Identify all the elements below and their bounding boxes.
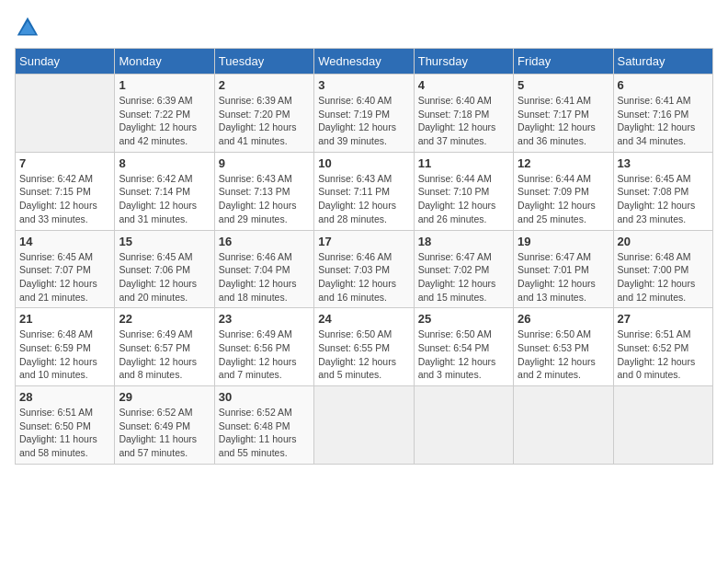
day-number: 5 bbox=[518, 78, 609, 92]
weekday-header: Tuesday bbox=[214, 49, 313, 75]
calendar-week-row: 7Sunrise: 6:42 AMSunset: 7:15 PMDaylight… bbox=[16, 152, 713, 230]
day-detail: Sunrise: 6:51 AMSunset: 6:50 PMDaylight:… bbox=[19, 406, 110, 460]
day-detail: Sunrise: 6:45 AMSunset: 7:07 PMDaylight:… bbox=[19, 250, 110, 304]
day-number: 9 bbox=[219, 156, 310, 170]
day-number: 4 bbox=[418, 78, 509, 92]
calendar-cell: 26Sunrise: 6:50 AMSunset: 6:53 PMDayligh… bbox=[514, 308, 613, 386]
day-detail: Sunrise: 6:50 AMSunset: 6:54 PMDaylight:… bbox=[418, 327, 509, 382]
calendar-table: SundayMondayTuesdayWednesdayThursdayFrid… bbox=[15, 48, 713, 465]
day-number: 7 bbox=[19, 156, 110, 170]
weekday-header: Sunday bbox=[16, 49, 115, 75]
day-number: 16 bbox=[219, 235, 310, 248]
calendar-cell: 1Sunrise: 6:39 AMSunset: 7:22 PMDaylight… bbox=[115, 75, 214, 153]
calendar-week-row: 28Sunrise: 6:51 AMSunset: 6:50 PMDayligh… bbox=[16, 386, 713, 465]
day-number: 18 bbox=[418, 235, 509, 248]
calendar-cell: 9Sunrise: 6:43 AMSunset: 7:13 PMDaylight… bbox=[214, 152, 313, 230]
calendar-cell: 15Sunrise: 6:45 AMSunset: 7:06 PMDayligh… bbox=[115, 230, 214, 308]
calendar-cell: 18Sunrise: 6:47 AMSunset: 7:02 PMDayligh… bbox=[414, 230, 513, 308]
day-detail: Sunrise: 6:40 AMSunset: 7:18 PMDaylight:… bbox=[418, 94, 509, 148]
day-detail: Sunrise: 6:46 AMSunset: 7:04 PMDaylight:… bbox=[219, 250, 310, 304]
day-detail: Sunrise: 6:48 AMSunset: 6:59 PMDaylight:… bbox=[19, 327, 110, 382]
day-number: 25 bbox=[418, 312, 509, 326]
calendar-cell: 23Sunrise: 6:49 AMSunset: 6:56 PMDayligh… bbox=[214, 308, 313, 386]
weekday-header: Saturday bbox=[613, 49, 712, 75]
calendar-week-row: 1Sunrise: 6:39 AMSunset: 7:22 PMDaylight… bbox=[16, 75, 713, 153]
day-number: 14 bbox=[19, 235, 110, 248]
day-detail: Sunrise: 6:48 AMSunset: 7:00 PMDaylight:… bbox=[618, 250, 709, 304]
calendar-cell: 27Sunrise: 6:51 AMSunset: 6:52 PMDayligh… bbox=[613, 308, 712, 386]
calendar-cell: 8Sunrise: 6:42 AMSunset: 7:14 PMDaylight… bbox=[115, 152, 214, 230]
day-number: 10 bbox=[318, 156, 409, 170]
day-number: 8 bbox=[119, 156, 210, 170]
day-detail: Sunrise: 6:39 AMSunset: 7:22 PMDaylight:… bbox=[119, 94, 210, 148]
weekday-header: Wednesday bbox=[314, 49, 414, 75]
day-detail: Sunrise: 6:44 AMSunset: 7:10 PMDaylight:… bbox=[418, 172, 509, 226]
weekday-header: Thursday bbox=[414, 49, 513, 75]
day-number: 29 bbox=[119, 390, 210, 404]
day-number: 24 bbox=[318, 312, 409, 326]
calendar-cell bbox=[16, 75, 115, 153]
day-number: 11 bbox=[418, 156, 509, 170]
weekday-header: Monday bbox=[115, 49, 214, 75]
day-detail: Sunrise: 6:39 AMSunset: 7:20 PMDaylight:… bbox=[219, 94, 310, 148]
calendar-cell: 14Sunrise: 6:45 AMSunset: 7:07 PMDayligh… bbox=[16, 230, 115, 308]
calendar-cell: 4Sunrise: 6:40 AMSunset: 7:18 PMDaylight… bbox=[414, 75, 513, 153]
day-detail: Sunrise: 6:50 AMSunset: 6:53 PMDaylight:… bbox=[518, 327, 609, 382]
calendar-cell: 6Sunrise: 6:41 AMSunset: 7:16 PMDaylight… bbox=[613, 75, 712, 153]
day-detail: Sunrise: 6:45 AMSunset: 7:06 PMDaylight:… bbox=[119, 250, 210, 304]
calendar-cell: 20Sunrise: 6:48 AMSunset: 7:00 PMDayligh… bbox=[613, 230, 712, 308]
day-number: 21 bbox=[19, 312, 110, 326]
day-detail: Sunrise: 6:49 AMSunset: 6:57 PMDaylight:… bbox=[119, 327, 210, 382]
day-number: 1 bbox=[119, 78, 210, 92]
day-detail: Sunrise: 6:52 AMSunset: 6:48 PMDaylight:… bbox=[219, 406, 310, 460]
calendar-cell bbox=[314, 386, 414, 465]
calendar-cell: 13Sunrise: 6:45 AMSunset: 7:08 PMDayligh… bbox=[613, 152, 712, 230]
day-detail: Sunrise: 6:47 AMSunset: 7:02 PMDaylight:… bbox=[418, 250, 509, 304]
day-detail: Sunrise: 6:46 AMSunset: 7:03 PMDaylight:… bbox=[318, 250, 409, 304]
calendar-cell: 29Sunrise: 6:52 AMSunset: 6:49 PMDayligh… bbox=[115, 386, 214, 465]
calendar-cell bbox=[514, 386, 613, 465]
day-detail: Sunrise: 6:47 AMSunset: 7:01 PMDaylight:… bbox=[518, 250, 609, 304]
day-number: 13 bbox=[618, 156, 709, 170]
logo-icon bbox=[15, 15, 40, 40]
day-number: 2 bbox=[219, 78, 310, 92]
calendar-week-row: 14Sunrise: 6:45 AMSunset: 7:07 PMDayligh… bbox=[16, 230, 713, 308]
day-number: 26 bbox=[518, 312, 609, 326]
calendar-cell: 10Sunrise: 6:43 AMSunset: 7:11 PMDayligh… bbox=[314, 152, 414, 230]
day-detail: Sunrise: 6:42 AMSunset: 7:15 PMDaylight:… bbox=[19, 172, 110, 226]
calendar-cell: 21Sunrise: 6:48 AMSunset: 6:59 PMDayligh… bbox=[16, 308, 115, 386]
day-detail: Sunrise: 6:50 AMSunset: 6:55 PMDaylight:… bbox=[318, 327, 409, 382]
calendar-cell: 24Sunrise: 6:50 AMSunset: 6:55 PMDayligh… bbox=[314, 308, 414, 386]
calendar-cell: 11Sunrise: 6:44 AMSunset: 7:10 PMDayligh… bbox=[414, 152, 513, 230]
day-detail: Sunrise: 6:52 AMSunset: 6:49 PMDaylight:… bbox=[119, 406, 210, 460]
day-number: 17 bbox=[318, 235, 409, 248]
calendar-cell: 30Sunrise: 6:52 AMSunset: 6:48 PMDayligh… bbox=[214, 386, 313, 465]
day-detail: Sunrise: 6:41 AMSunset: 7:16 PMDaylight:… bbox=[618, 94, 709, 148]
day-detail: Sunrise: 6:43 AMSunset: 7:11 PMDaylight:… bbox=[318, 172, 409, 226]
calendar-cell: 28Sunrise: 6:51 AMSunset: 6:50 PMDayligh… bbox=[16, 386, 115, 465]
weekday-header: Friday bbox=[514, 49, 613, 75]
day-number: 6 bbox=[618, 78, 709, 92]
day-number: 30 bbox=[219, 390, 310, 404]
calendar-cell: 5Sunrise: 6:41 AMSunset: 7:17 PMDaylight… bbox=[514, 75, 613, 153]
day-detail: Sunrise: 6:51 AMSunset: 6:52 PMDaylight:… bbox=[618, 327, 709, 382]
calendar-cell bbox=[613, 386, 712, 465]
day-number: 12 bbox=[518, 156, 609, 170]
weekday-header-row: SundayMondayTuesdayWednesdayThursdayFrid… bbox=[16, 49, 713, 75]
calendar-cell: 16Sunrise: 6:46 AMSunset: 7:04 PMDayligh… bbox=[214, 230, 313, 308]
calendar-cell: 19Sunrise: 6:47 AMSunset: 7:01 PMDayligh… bbox=[514, 230, 613, 308]
day-detail: Sunrise: 6:40 AMSunset: 7:19 PMDaylight:… bbox=[318, 94, 409, 148]
day-number: 3 bbox=[318, 78, 409, 92]
day-number: 23 bbox=[219, 312, 310, 326]
page-header bbox=[15, 15, 713, 40]
day-detail: Sunrise: 6:43 AMSunset: 7:13 PMDaylight:… bbox=[219, 172, 310, 226]
day-number: 28 bbox=[19, 390, 110, 404]
calendar-cell: 2Sunrise: 6:39 AMSunset: 7:20 PMDaylight… bbox=[214, 75, 313, 153]
day-detail: Sunrise: 6:44 AMSunset: 7:09 PMDaylight:… bbox=[518, 172, 609, 226]
calendar-cell: 22Sunrise: 6:49 AMSunset: 6:57 PMDayligh… bbox=[115, 308, 214, 386]
day-number: 15 bbox=[119, 235, 210, 248]
day-detail: Sunrise: 6:41 AMSunset: 7:17 PMDaylight:… bbox=[518, 94, 609, 148]
day-number: 20 bbox=[618, 235, 709, 248]
calendar-cell: 25Sunrise: 6:50 AMSunset: 6:54 PMDayligh… bbox=[414, 308, 513, 386]
day-number: 22 bbox=[119, 312, 210, 326]
